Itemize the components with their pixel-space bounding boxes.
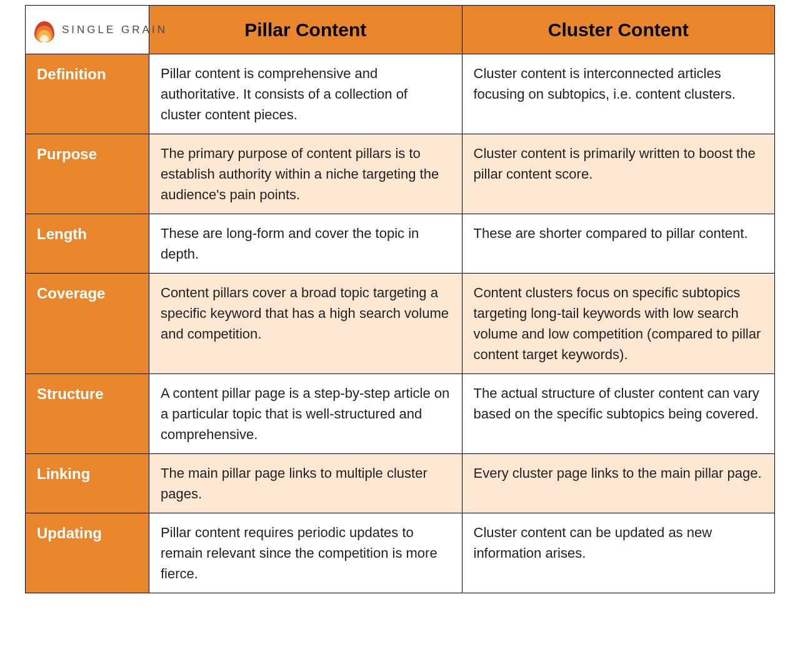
col-header-cluster: Cluster Content <box>462 6 775 54</box>
cell-cluster: Every cluster page links to the main pil… <box>462 454 775 513</box>
cell-pillar: The main pillar page links to multiple c… <box>149 454 462 513</box>
row-label: Linking <box>26 454 149 513</box>
table-row: Length These are long-form and cover the… <box>26 214 775 274</box>
row-label: Length <box>26 214 149 274</box>
table-row: Coverage Content pillars cover a broad t… <box>26 274 775 374</box>
brand-name: SINGLE GRAIN <box>62 22 168 38</box>
cell-cluster: The actual structure of cluster content … <box>462 374 775 454</box>
table-row: Purpose The primary purpose of content p… <box>26 134 775 214</box>
cell-cluster: Cluster content is primarily written to … <box>462 134 775 214</box>
row-label: Structure <box>26 374 149 454</box>
table-body: Definition Pillar content is comprehensi… <box>26 54 775 593</box>
brand: SINGLE GRAIN <box>26 10 149 50</box>
cell-pillar: A content pillar page is a step-by-step … <box>149 374 462 454</box>
cell-cluster: Cluster content can be updated as new in… <box>462 513 775 593</box>
table-row: Updating Pillar content requires periodi… <box>26 513 775 593</box>
table-row: Definition Pillar content is comprehensi… <box>26 54 775 134</box>
single-grain-logo-icon <box>34 17 54 42</box>
table-row: Linking The main pillar page links to mu… <box>26 454 775 513</box>
col-header-pillar: Pillar Content <box>149 6 462 54</box>
cell-pillar: The primary purpose of content pillars i… <box>149 134 462 214</box>
cell-cluster: Content clusters focus on specific subto… <box>462 274 775 374</box>
cell-pillar: Content pillars cover a broad topic targ… <box>149 274 462 374</box>
brand-cell: SINGLE GRAIN <box>26 6 149 54</box>
cell-pillar: Pillar content is comprehensive and auth… <box>149 54 462 134</box>
comparison-table-wrapper: SINGLE GRAIN Pillar Content Cluster Cont… <box>0 0 800 608</box>
row-label: Updating <box>26 513 149 593</box>
row-label: Purpose <box>26 134 149 214</box>
cell-cluster: These are shorter compared to pillar con… <box>462 214 775 274</box>
comparison-table: SINGLE GRAIN Pillar Content Cluster Cont… <box>25 5 775 593</box>
table-header-row: SINGLE GRAIN Pillar Content Cluster Cont… <box>26 6 775 54</box>
cell-pillar: Pillar content requires periodic updates… <box>149 513 462 593</box>
cell-cluster: Cluster content is interconnected articl… <box>462 54 775 134</box>
row-label: Definition <box>26 54 149 134</box>
cell-pillar: These are long-form and cover the topic … <box>149 214 462 274</box>
row-label: Coverage <box>26 274 149 374</box>
table-row: Structure A content pillar page is a ste… <box>26 374 775 454</box>
